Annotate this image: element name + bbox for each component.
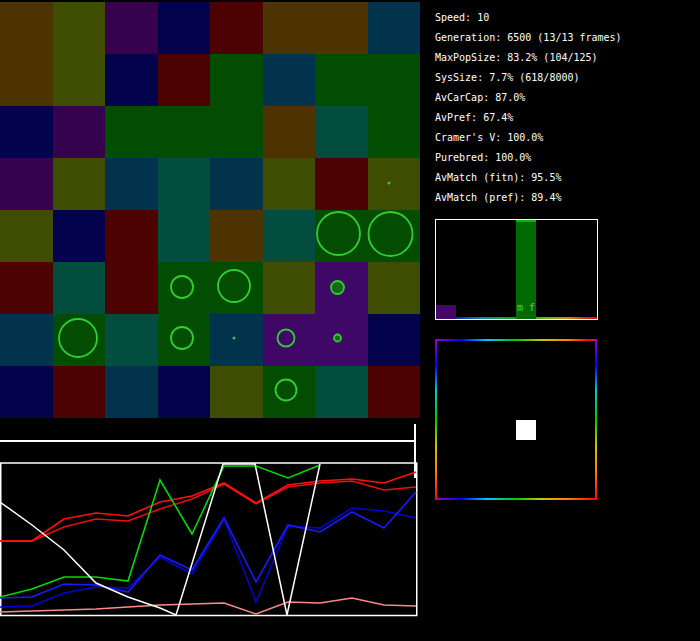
stat-line: SysSize: 7.7% (618/8000): [435, 68, 622, 88]
agent-circle: [334, 335, 341, 342]
grid-cell[interactable]: [105, 106, 158, 158]
grid-cell[interactable]: [263, 54, 316, 106]
grid-cell[interactable]: [210, 158, 263, 210]
stat-line: Purebred: 100.0%: [435, 148, 622, 168]
grid-cell[interactable]: [158, 2, 211, 54]
grid-cell[interactable]: [158, 54, 211, 106]
rainbow-border-right: [595, 339, 597, 500]
agent-circle: [388, 182, 391, 185]
timeline-line: [0, 440, 416, 442]
blue-dark: [0, 508, 416, 607]
stat-line: AvCarCap: 87.0%: [435, 88, 622, 108]
agent-circle: [331, 281, 344, 294]
grid-cell[interactable]: [53, 158, 106, 210]
preference-marker-square: [516, 420, 536, 440]
grid-cell[interactable]: [0, 262, 53, 314]
grid-cell[interactable]: [105, 262, 158, 314]
grid-cell[interactable]: [263, 314, 316, 366]
grid-cell[interactable]: [0, 366, 53, 418]
grid-cell[interactable]: [263, 158, 316, 210]
grid-cell[interactable]: [210, 366, 263, 418]
stat-line: AvMatch (fitn): 95.5%: [435, 168, 622, 188]
history-chart: [0, 462, 418, 617]
rainbow-border-top: [435, 339, 597, 341]
grid-cell[interactable]: [315, 106, 368, 158]
rainbow-border-left: [435, 339, 437, 500]
grid-cell[interactable]: [105, 314, 158, 366]
grid-cell[interactable]: [315, 2, 368, 54]
stat-line: AvPref: 67.4%: [435, 108, 622, 128]
grid-cell[interactable]: [210, 2, 263, 54]
grid-cell[interactable]: [368, 314, 421, 366]
grid-cell[interactable]: [53, 262, 106, 314]
stats-panel: Speed: 10Generation: 6500 (13/13 frames)…: [435, 8, 622, 208]
grid-cell[interactable]: [368, 2, 421, 54]
grid-cell[interactable]: [368, 366, 421, 418]
stat-line: Speed: 10: [435, 8, 622, 28]
grid-cell[interactable]: [105, 366, 158, 418]
stat-line: AvMatch (pref): 89.4%: [435, 188, 622, 208]
grid-cell[interactable]: [53, 106, 106, 158]
grid-cell[interactable]: [0, 210, 53, 262]
histogram-purple-bar: [436, 305, 456, 319]
stat-line: MaxPopSize: 83.2% (104/125): [435, 48, 622, 68]
grid-cell[interactable]: [368, 158, 421, 210]
grid-cell[interactable]: [368, 54, 421, 106]
grid-cell[interactable]: [53, 210, 106, 262]
grid-cell[interactable]: [105, 210, 158, 262]
grid-cell[interactable]: [158, 262, 211, 314]
grid-cell[interactable]: [105, 54, 158, 106]
grid-cell[interactable]: [263, 106, 316, 158]
red-upper: [0, 472, 416, 541]
grid-cell[interactable]: [263, 210, 316, 262]
grid-cell[interactable]: [210, 106, 263, 158]
simulation-window: Speed: 10Generation: 6500 (13/13 frames)…: [0, 0, 700, 641]
grid-cell[interactable]: [0, 158, 53, 210]
grid-cell[interactable]: [0, 106, 53, 158]
stat-line: Generation: 6500 (13/13 frames): [435, 28, 622, 48]
salmon-line: [0, 598, 416, 614]
grid-cell[interactable]: [0, 2, 53, 54]
grid-cell[interactable]: [0, 314, 53, 366]
grid-cell[interactable]: [0, 54, 53, 106]
histogram-green-bar: m f: [516, 220, 536, 319]
grid-cell[interactable]: [210, 54, 263, 106]
grid-cell[interactable]: [53, 54, 106, 106]
grid-cell[interactable]: [158, 106, 211, 158]
grid-cell[interactable]: [368, 106, 421, 158]
grid-cell[interactable]: [158, 366, 211, 418]
grid-cell[interactable]: [368, 262, 421, 314]
grid-cell[interactable]: [105, 158, 158, 210]
grid-cell[interactable]: [315, 54, 368, 106]
grid-cell[interactable]: [263, 262, 316, 314]
grid-cell[interactable]: [263, 2, 316, 54]
stat-line: Cramer's V: 100.0%: [435, 128, 622, 148]
grid-cell[interactable]: [158, 158, 211, 210]
rainbow-border-bottom: [435, 498, 597, 500]
grid-cell[interactable]: [263, 366, 316, 418]
grid-cell[interactable]: [210, 210, 263, 262]
white-marker: [0, 464, 320, 615]
grid-cell[interactable]: [158, 314, 211, 366]
world-grid-canvas[interactable]: [0, 0, 420, 418]
histogram-sex-labels: m f: [516, 302, 536, 313]
grid-cell[interactable]: [158, 210, 211, 262]
grid-cell[interactable]: [315, 366, 368, 418]
grid-cell[interactable]: [53, 366, 106, 418]
grid-cell[interactable]: [53, 2, 106, 54]
grid-cell[interactable]: [315, 158, 368, 210]
preference-box: [435, 339, 597, 500]
grid-cell[interactable]: [105, 2, 158, 54]
grid-cell[interactable]: [210, 314, 263, 366]
sex-histogram-box: m f: [435, 219, 598, 320]
agent-circle: [233, 337, 236, 340]
histogram-bar-cap: [516, 220, 536, 222]
